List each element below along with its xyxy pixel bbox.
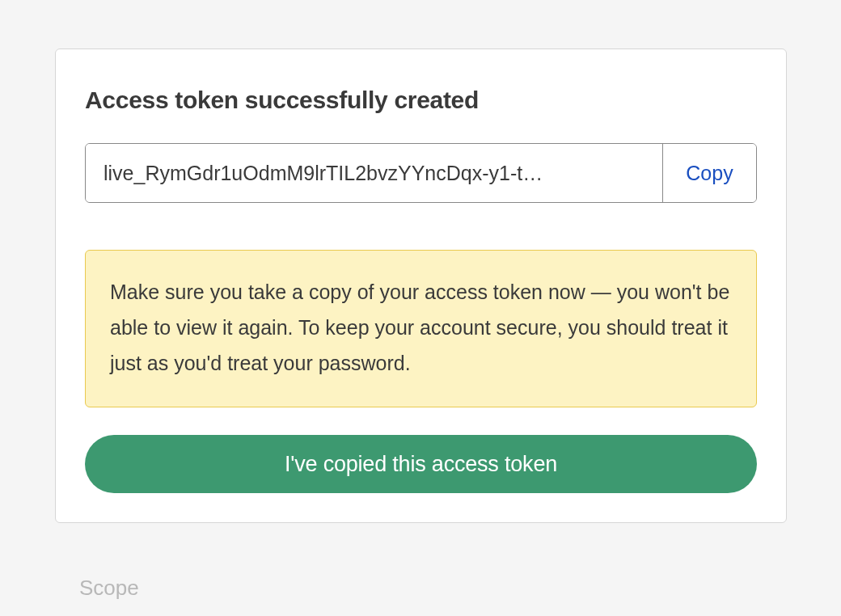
token-value-input[interactable] [86, 144, 662, 202]
token-display-row: Copy [85, 143, 757, 203]
copy-button[interactable]: Copy [662, 144, 756, 202]
warning-message: Make sure you take a copy of your access… [85, 250, 757, 407]
access-token-created-modal: Access token successfully created Copy M… [55, 49, 787, 523]
confirm-copied-button[interactable]: I've copied this access token [85, 435, 757, 493]
background-scope-label: Scope [79, 576, 139, 601]
modal-title: Access token successfully created [85, 86, 757, 114]
